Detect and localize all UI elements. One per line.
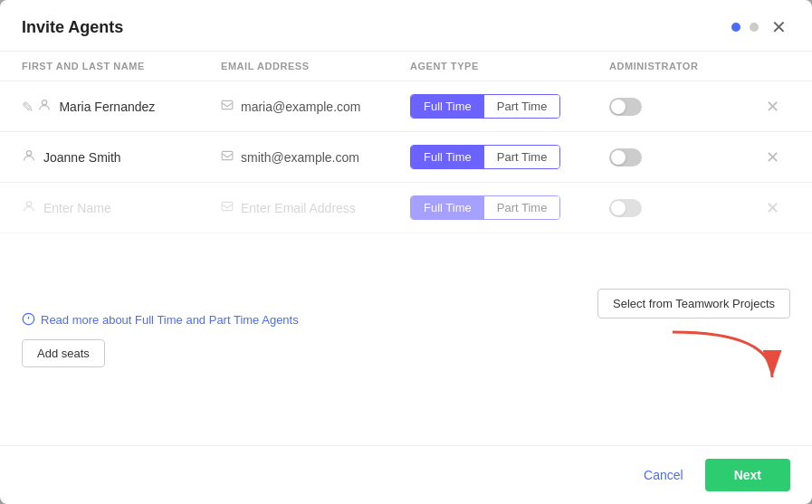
full-time-btn[interactable]: Full Time	[411, 196, 484, 219]
agent-row: ✎ Maria Fernandez maria@example.com Full…	[0, 81, 812, 132]
agent-name: Maria Fernandez	[59, 100, 155, 114]
step-dot-1	[731, 23, 740, 32]
agent-type-toggle[interactable]: Full Time Part Time	[410, 94, 560, 119]
user-icon	[22, 199, 36, 217]
svg-rect-5	[222, 202, 233, 210]
delete-agent-button[interactable]: ✕	[766, 198, 779, 218]
col-header-admin: Administrator	[609, 61, 754, 71]
admin-switch[interactable]	[609, 98, 642, 116]
agent-row-placeholder: Full Time Part Time ✕	[0, 183, 812, 233]
admin-switch[interactable]	[609, 199, 642, 217]
part-time-btn[interactable]: Part Time	[484, 146, 560, 168]
agent-email: smith@example.com	[241, 150, 359, 165]
svg-point-2	[26, 150, 31, 155]
full-time-btn[interactable]: Full Time	[411, 95, 484, 118]
svg-point-0	[43, 100, 47, 104]
admin-toggle-cell	[609, 199, 754, 217]
arrow-container	[664, 328, 790, 391]
modal-header: Invite Agents ✕	[0, 0, 812, 52]
col-header-agent-type: Agent Type	[410, 61, 609, 71]
delete-agent-button[interactable]: ✕	[766, 97, 779, 117]
agent-type-toggle[interactable]: Full Time Part Time	[410, 195, 560, 220]
footer-right: Select from Teamwork Projects	[597, 289, 790, 391]
svg-rect-1	[222, 100, 233, 109]
delete-cell: ✕	[754, 97, 790, 117]
agent-type-cell: Full Time Part Time	[410, 94, 609, 119]
agent-email-cell: smith@example.com	[221, 149, 410, 165]
admin-toggle-cell	[609, 148, 754, 166]
cancel-button[interactable]: Cancel	[633, 461, 694, 490]
email-input[interactable]	[241, 201, 410, 215]
agent-type-cell: Full Time Part Time	[410, 195, 609, 220]
delete-cell: ✕	[754, 198, 790, 218]
delete-cell: ✕	[754, 147, 790, 167]
add-seats-button[interactable]: Add seats	[22, 339, 105, 367]
email-icon	[221, 149, 234, 165]
agent-name: Joanne Smith	[43, 150, 121, 165]
table-header: First and Last Name Email Address Agent …	[0, 52, 812, 81]
admin-toggle-cell	[609, 98, 754, 116]
info-icon	[22, 312, 35, 328]
agent-email-cell: maria@example.com	[221, 99, 410, 114]
name-placeholder-cell	[22, 199, 221, 217]
agent-row: Joanne Smith smith@example.com Full Time…	[0, 132, 812, 183]
info-link[interactable]: Read more about Full Time and Part Time …	[22, 312, 299, 328]
user-icon: ✎	[22, 98, 52, 116]
agent-name-cell: ✎ Maria Fernandez	[22, 98, 221, 116]
col-header-name: First and Last Name	[22, 61, 221, 71]
modal-overlay: Invite Agents ✕ First and Last Name Emai…	[0, 0, 812, 504]
delete-agent-button[interactable]: ✕	[766, 147, 779, 167]
admin-switch[interactable]	[609, 148, 642, 166]
full-time-btn[interactable]: Full Time	[411, 146, 484, 168]
name-input[interactable]	[43, 201, 221, 215]
svg-point-4	[26, 201, 31, 205]
footer-area: Read more about Full Time and Part Time …	[0, 233, 812, 445]
step-dot-2	[750, 23, 759, 32]
email-placeholder-cell	[221, 200, 410, 215]
next-button[interactable]: Next	[705, 459, 790, 491]
header-controls: ✕	[731, 16, 790, 38]
email-icon	[221, 200, 234, 215]
info-link-text: Read more about Full Time and Part Time …	[41, 313, 299, 327]
modal-actions: Cancel Next	[0, 445, 812, 504]
red-arrow-indicator	[664, 328, 790, 391]
email-icon	[221, 99, 234, 114]
invite-agents-modal: Invite Agents ✕ First and Last Name Emai…	[0, 0, 812, 504]
user-icon	[22, 148, 36, 166]
col-header-email: Email Address	[221, 61, 410, 71]
close-button[interactable]: ✕	[768, 16, 790, 38]
modal-title: Invite Agents	[22, 18, 123, 37]
part-time-btn[interactable]: Part Time	[484, 95, 560, 118]
footer-left: Read more about Full Time and Part Time …	[22, 312, 299, 367]
agent-type-cell: Full Time Part Time	[410, 145, 609, 169]
part-time-btn[interactable]: Part Time	[484, 196, 560, 219]
agent-type-toggle[interactable]: Full Time Part Time	[410, 145, 560, 169]
agent-name-cell: Joanne Smith	[22, 148, 221, 166]
select-projects-button[interactable]: Select from Teamwork Projects	[597, 289, 790, 319]
agent-email: maria@example.com	[241, 100, 360, 114]
svg-rect-3	[222, 151, 233, 159]
